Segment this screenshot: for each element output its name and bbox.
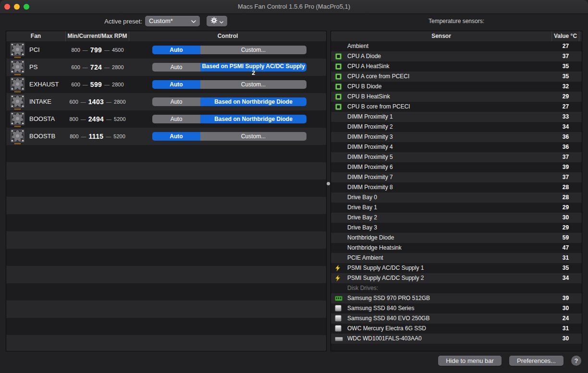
sensor-value: 37 bbox=[552, 172, 579, 182]
rpm-current: 599 bbox=[90, 81, 102, 88]
sensor-row[interactable]: CPU B HeatSink29 bbox=[331, 92, 582, 102]
hide-to-menu-bar-button[interactable]: Hide to menu bar bbox=[438, 356, 502, 366]
nvme-ssd-icon bbox=[335, 296, 343, 301]
close-button[interactable] bbox=[4, 4, 10, 10]
fan-name: BOOSTB bbox=[29, 128, 55, 145]
sensor-row[interactable]: Samsung SSD 840 Series30 bbox=[331, 303, 582, 313]
value-column-header[interactable]: Value °C bbox=[552, 31, 579, 41]
sensor-row[interactable]: Northbridge Heatsink47 bbox=[331, 243, 582, 253]
fan-control-segmented: AutoBased on PSMI Supply AC/DC Supply 2 bbox=[152, 63, 306, 72]
auto-button[interactable]: Auto bbox=[152, 46, 200, 54]
auto-button[interactable]: Auto bbox=[152, 115, 200, 123]
fan-row: PS600—724—2800AutoBased on PSMI Supply A… bbox=[6, 59, 326, 76]
auto-button[interactable]: Auto bbox=[152, 63, 200, 72]
sensor-name: CPU B core from PCECI bbox=[347, 102, 410, 112]
auto-button[interactable]: Auto bbox=[152, 97, 200, 106]
rpm-current: 799 bbox=[90, 46, 102, 54]
sensor-row[interactable]: CPU A HeatSink35 bbox=[331, 61, 582, 72]
sensor-name: DIMM Proximity 3 bbox=[347, 132, 393, 142]
custom-mode-button[interactable]: Custom... bbox=[200, 80, 306, 89]
sensor-name: CPU A core from PCECI bbox=[347, 72, 409, 82]
sensor-value: 29 bbox=[552, 92, 579, 102]
sensor-name: DIMM Proximity 5 bbox=[347, 152, 393, 162]
control-column-header[interactable]: Control bbox=[129, 31, 326, 41]
fan-table: Fan Min/Current/Max RPM Control PCI800—7… bbox=[6, 31, 327, 351]
sensor-row[interactable]: DIMM Proximity 436 bbox=[331, 142, 582, 152]
sensor-row[interactable]: Samsung SSD 970 PRO 512GB39 bbox=[331, 293, 582, 303]
custom-mode-button[interactable]: Based on PSMI Supply AC/DC Supply 2 bbox=[200, 63, 306, 72]
sensor-column-header[interactable]: Sensor bbox=[331, 31, 552, 41]
sensor-value: 33 bbox=[552, 112, 579, 122]
sensor-row[interactable]: OWC Mercury Electra 6G SSD31 bbox=[331, 324, 582, 334]
sensor-row[interactable]: DIMM Proximity 133 bbox=[331, 112, 582, 122]
fan-column-header[interactable]: Fan bbox=[6, 31, 66, 41]
custom-mode-button[interactable]: Based on Northbridge Diode bbox=[200, 115, 306, 123]
rpm-max: 2800 bbox=[114, 99, 125, 105]
sensor-row[interactable]: DIMM Proximity 234 bbox=[331, 122, 582, 132]
sensor-value: 30 bbox=[552, 303, 579, 313]
sensor-row[interactable]: Drive Bay 329 bbox=[331, 223, 582, 233]
sensor-row[interactable]: CPU A core from PCECI35 bbox=[331, 72, 582, 82]
sensor-row[interactable]: Ambient27 bbox=[331, 41, 582, 51]
fan-name: BOOSTA bbox=[29, 110, 55, 128]
rpm-separator: — bbox=[106, 99, 111, 105]
sensor-value: 34 bbox=[552, 122, 579, 132]
sensor-row[interactable]: PSMI Supply AC/DC Supply 135 bbox=[331, 263, 582, 273]
sensor-value: 29 bbox=[552, 223, 579, 233]
sensor-value: 39 bbox=[552, 162, 579, 172]
sensor-row[interactable]: DIMM Proximity 737 bbox=[331, 172, 582, 182]
zoom-button[interactable] bbox=[24, 4, 29, 10]
sensor-row[interactable]: PCIE Ambient31 bbox=[331, 253, 582, 263]
preferences-button[interactable]: Preferences... bbox=[509, 356, 564, 366]
fan-icon bbox=[10, 111, 25, 127]
sensor-row[interactable]: PSMI Supply AC/DC Supply 234 bbox=[331, 273, 582, 283]
sensor-value: 39 bbox=[552, 293, 579, 303]
sensor-row[interactable]: Samsung SSD 840 EVO 250GB24 bbox=[331, 313, 582, 324]
custom-mode-button[interactable]: Based on Northbridge Diode bbox=[200, 97, 306, 106]
sensor-row[interactable]: Northbridge Diode59 bbox=[331, 233, 582, 243]
rpm-min: 600 bbox=[69, 99, 78, 105]
ssd-icon bbox=[335, 315, 343, 322]
sensor-row[interactable]: DIMM Proximity 336 bbox=[331, 132, 582, 142]
sensor-row[interactable]: Drive Bay 230 bbox=[331, 213, 582, 223]
cpu-chip-icon bbox=[335, 73, 342, 80]
rpm-max: 2800 bbox=[112, 82, 123, 87]
auto-button[interactable]: Auto bbox=[152, 132, 200, 141]
preset-dropdown[interactable]: Custom* bbox=[145, 16, 200, 26]
sensor-value: 32 bbox=[552, 82, 579, 92]
custom-mode-button[interactable]: Custom... bbox=[200, 46, 306, 54]
sensor-value: 37 bbox=[552, 152, 579, 162]
sensor-row[interactable]: WDC WD1001FALS-403AA030 bbox=[331, 334, 582, 344]
sensor-row[interactable]: DIMM Proximity 639 bbox=[331, 162, 582, 172]
fan-icon bbox=[10, 59, 25, 75]
rpm-min: 800 bbox=[69, 116, 78, 122]
sensor-name: Drive Bay 1 bbox=[347, 203, 377, 213]
fan-name: PCI bbox=[29, 41, 40, 59]
sensor-row[interactable]: CPU B Diode32 bbox=[331, 82, 582, 92]
sensor-row[interactable]: Drive Bay 028 bbox=[331, 193, 582, 203]
sensor-row[interactable]: DIMM Proximity 828 bbox=[331, 182, 582, 193]
fan-control-segmented: AutoBased on Northbridge Diode bbox=[152, 97, 306, 106]
sensor-row[interactable]: Drive Bay 129 bbox=[331, 203, 582, 213]
rpm-separator: — bbox=[104, 47, 110, 53]
fan-table-header: Fan Min/Current/Max RPM Control bbox=[6, 31, 326, 42]
fan-row: PCI800—799—4500AutoCustom... bbox=[6, 41, 326, 59]
sensor-row[interactable]: DIMM Proximity 537 bbox=[331, 152, 582, 162]
chevron-down-icon bbox=[220, 18, 223, 25]
sensor-row[interactable]: CPU B core from PCECI27 bbox=[331, 102, 582, 112]
minimize-button[interactable] bbox=[14, 4, 20, 10]
sensor-name: OWC Mercury Electra 6G SSD bbox=[347, 324, 426, 334]
fan-row: BOOSTB800—1115—5200AutoCustom... bbox=[6, 128, 326, 145]
splitter-handle[interactable] bbox=[327, 182, 330, 185]
help-button[interactable]: ? bbox=[571, 356, 581, 366]
sensor-row[interactable]: CPU A Diode37 bbox=[331, 51, 582, 61]
sensor-name: Ambient bbox=[347, 41, 368, 51]
rpm-column-header[interactable]: Min/Current/Max RPM bbox=[66, 31, 129, 41]
auto-button[interactable]: Auto bbox=[152, 80, 200, 89]
sensor-table: Sensor Value °C Ambient27CPU A Diode37CP… bbox=[331, 31, 582, 351]
sensor-value: 37 bbox=[552, 51, 579, 61]
ssd-icon bbox=[335, 315, 342, 322]
rpm-current: 1115 bbox=[89, 132, 104, 140]
custom-mode-button[interactable]: Custom... bbox=[200, 132, 306, 141]
preset-actions-button[interactable] bbox=[207, 16, 227, 26]
